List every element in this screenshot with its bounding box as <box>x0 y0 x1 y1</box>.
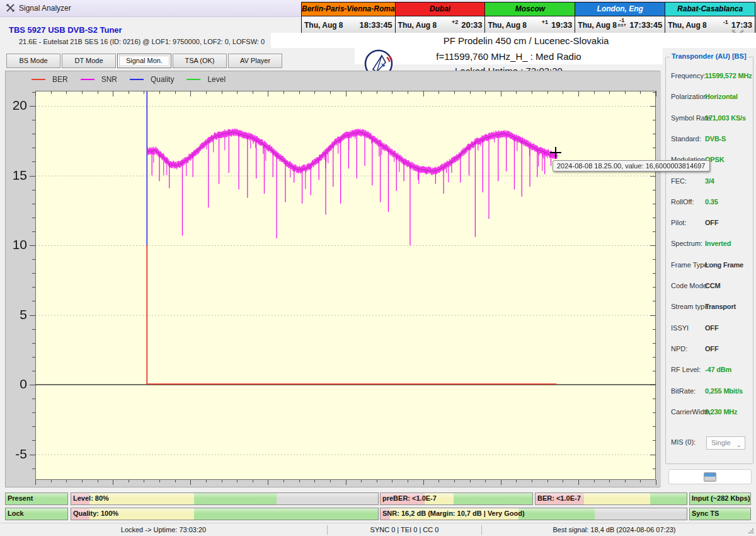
transponder-value: Horizontal <box>705 93 738 100</box>
tab-bs-mode[interactable]: BS Mode <box>6 54 60 68</box>
clock-date: Thu, Aug 8 <box>668 21 707 30</box>
transponder-row-rf-level: RF Level:-47 dBm <box>666 366 754 376</box>
indicator-present: Present <box>5 492 68 505</box>
transponder-value: Transport <box>705 303 736 310</box>
transponder-label: Standard: <box>671 135 701 143</box>
transponder-label: Frame Type: <box>671 261 710 269</box>
transponder-row-stream-type: Stream type:Transport <box>666 303 754 313</box>
clock-city-label: Rabat-Casablanca <box>665 3 755 16</box>
legend-item-snr: SNR <box>81 75 117 84</box>
transponder-row-pilot: Pilot:OFF <box>666 219 754 229</box>
resize-grip[interactable] <box>748 528 754 534</box>
clock-time: 18:33:45 <box>360 20 392 30</box>
clock-offset-number: +1 <box>542 20 548 25</box>
indicator-level: Level: 80% <box>71 492 379 505</box>
tuner-title: TBS 5927 USB DVB-S2 Tuner <box>9 25 122 35</box>
site-label: PF Prodelin 450 cm / Lucenec-Slovakia <box>296 35 756 46</box>
clock-city-label: Dubai <box>396 3 485 16</box>
statusbar-uptime: Locked -> Uptime: 73:03:20 <box>0 523 327 536</box>
status-bar: Locked -> Uptime: 73:03:20 SYNC 0 | TEI … <box>0 523 756 536</box>
transponder-row-standard: Standard:DVB-S <box>666 135 754 145</box>
signal-analyzer-window: Signal Analyzer Berlin-Paris-Vienna-Roma… <box>0 0 756 536</box>
legend-item-level: Level <box>186 75 226 84</box>
transponder-row-npd: NPD:OFF <box>666 345 754 355</box>
transponder-value: -47 dBm <box>705 366 731 373</box>
y-tick-label: 10 <box>3 237 27 252</box>
legend-label: BER <box>52 75 68 84</box>
mode-tabs: BS ModeDT ModeSignal Mon.TSA (OK)AV Play… <box>6 54 282 68</box>
transponder-label: BitRate: <box>671 387 696 395</box>
transponder-label: FEC: <box>671 177 687 185</box>
transponder-row-spectrum: Spectrum:Inverted <box>666 240 754 250</box>
transponder-label: Code Mode: <box>671 282 709 289</box>
tab-tsa-ok[interactable]: TSA (OK) <box>173 54 227 68</box>
transponder-label: RF Level: <box>671 366 701 373</box>
clock-value: Thu, Aug 8+220:33 <box>396 16 485 33</box>
clock-time: 17:33:45 <box>629 20 662 30</box>
transponder-group-title: Transponder (AU) [BS] <box>670 52 748 60</box>
clock-dubai: DubaiThu, Aug 8+220:33 <box>396 3 486 33</box>
transponder-row-code-mode: Code Mode:CCM <box>666 282 754 292</box>
mis-label: MIS (0): <box>671 438 696 446</box>
indicator-snr: SNR: 16,2 dB (Margin: 10,7 dB | Very Goo… <box>380 508 687 520</box>
transponder-value: Inverted <box>705 240 731 247</box>
transponder-row-fec: FEC:3/4 <box>666 177 754 187</box>
transponder-value: 0.35 <box>705 198 718 206</box>
indicator-label: SNR: 16,2 dB (Margin: 10,7 dB | Very Goo… <box>382 510 525 517</box>
clock-berlin-paris-vienna-roma: Berlin-Paris-Vienna-RomaThu, Aug 818:33:… <box>302 3 396 33</box>
transponder-row-frequency: Frequency:11599,572 MHz <box>666 72 754 82</box>
tab-av-player[interactable]: AV Player <box>228 54 282 68</box>
clock-time: 20:33 <box>461 20 482 30</box>
legend-item-ber: BER <box>32 75 68 84</box>
indicator-quality: Quality: 100% <box>71 508 379 520</box>
clock-utc-offset: -1DST <box>618 18 627 27</box>
clock-offset-number: +2 <box>452 20 458 25</box>
clock-date: Thu, Aug 8 <box>304 21 343 30</box>
legend-line-swatch <box>130 79 144 80</box>
antenna-app-icon <box>6 3 15 15</box>
clock-date: Thu, Aug 8 <box>398 21 437 30</box>
world-clocks-panel: Berlin-Paris-Vienna-RomaThu, Aug 818:33:… <box>301 2 755 34</box>
transponder-row-carrierwidth: CarrierWidth:0,230 MHz <box>666 408 754 418</box>
transponder-label: ISSYI <box>671 324 689 332</box>
crosshair-cursor-icon <box>550 152 561 153</box>
indicator-preber: preBER: <1.0E-7 <box>380 492 533 505</box>
tab-signal-mon[interactable]: Signal Mon. <box>117 54 171 68</box>
chart-legend: BERSNRQualityLevel <box>32 74 226 85</box>
ts-record-icon <box>704 472 716 482</box>
transponder-value: OFF <box>705 219 718 226</box>
mis-select[interactable]: Single⌄ <box>706 436 745 450</box>
transponder-label: Spectrum: <box>671 240 702 247</box>
ts-record-button[interactable] <box>668 469 752 484</box>
statusbar-best-signal: Best signal: 18,4 dB (2024-08-06 07:23) <box>482 523 747 536</box>
y-tick-label: 20 <box>3 98 27 113</box>
y-tick-label: 5 <box>3 307 27 322</box>
signal-chart-canvas[interactable] <box>6 71 661 487</box>
clock-value: Thu, Aug 8+119:33 <box>485 16 575 33</box>
indicator-label: BER: <1.0E-7 <box>537 494 581 502</box>
transponder-value: DVB-S <box>705 135 726 143</box>
signal-label: f=11599,760 MHz_H_ : Med Radio <box>355 51 663 62</box>
clock-offset-number: -1 <box>723 20 728 25</box>
clock-value: Thu, Aug 818:33:45 <box>302 16 395 33</box>
transponder-row-frame-type: Frame Type:Long Frame <box>666 261 754 271</box>
window-title: Signal Analyzer <box>19 4 71 13</box>
transponder-label: Frequency: <box>671 72 706 79</box>
clock-time: 17:33 <box>731 20 752 30</box>
transponder-groupbox: Frequency:11599,572 MHzPolarization:Hori… <box>665 57 753 464</box>
clock-utc-offset: -1 <box>723 20 728 25</box>
legend-item-quality: Quality <box>130 75 174 84</box>
transponder-value: OFF <box>705 324 718 332</box>
tab-dt-mode[interactable]: DT Mode <box>62 54 116 68</box>
transponder-value: 171,003 KS/s <box>705 114 746 122</box>
clock-city-label: Moscow <box>485 3 575 16</box>
clock-date: Thu, Aug 8 <box>488 21 527 30</box>
transponder-label: NPD: <box>671 345 687 352</box>
transponder-value: Long Frame <box>705 261 743 269</box>
transponder-label: Pilot: <box>671 219 686 226</box>
transponder-value: 0,255 Mbit/s <box>705 387 743 395</box>
indicator-label: Sync TS <box>692 510 719 517</box>
transponder-value: 11599,572 MHz <box>705 72 752 79</box>
chart-tooltip: 2024-08-08 18.25.00, value: 16,600000381… <box>553 160 710 172</box>
indicator-label: Present <box>8 494 33 502</box>
